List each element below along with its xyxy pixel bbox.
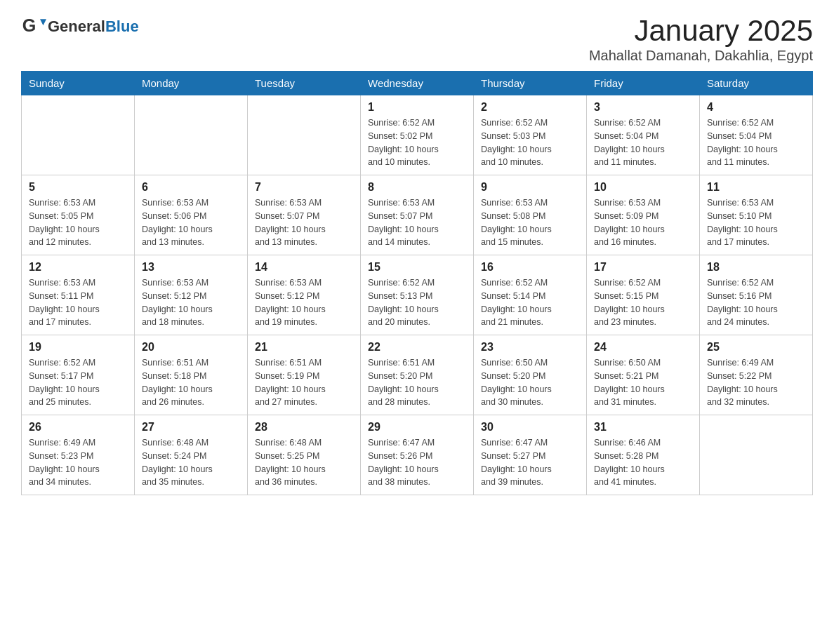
day-info: Sunrise: 6:48 AM Sunset: 5:24 PM Dayligh… [142,436,240,489]
calendar-cell: 4Sunrise: 6:52 AM Sunset: 5:04 PM Daylig… [700,95,813,175]
day-number: 30 [481,421,579,434]
calendar-cell: 5Sunrise: 6:53 AM Sunset: 5:05 PM Daylig… [22,175,135,255]
day-info: Sunrise: 6:52 AM Sunset: 5:15 PM Dayligh… [594,276,692,329]
day-info: Sunrise: 6:53 AM Sunset: 5:12 PM Dayligh… [255,276,353,329]
day-number: 15 [368,261,466,274]
calendar-cell: 25Sunrise: 6:49 AM Sunset: 5:22 PM Dayli… [700,335,813,415]
calendar-cell: 3Sunrise: 6:52 AM Sunset: 5:04 PM Daylig… [587,95,700,175]
calendar-cell [248,95,361,175]
day-info: Sunrise: 6:51 AM Sunset: 5:19 PM Dayligh… [255,356,353,409]
calendar-cell: 10Sunrise: 6:53 AM Sunset: 5:09 PM Dayli… [587,175,700,255]
day-info: Sunrise: 6:52 AM Sunset: 5:03 PM Dayligh… [481,116,579,169]
day-info: Sunrise: 6:52 AM Sunset: 5:13 PM Dayligh… [368,276,466,329]
calendar-table: SundayMondayTuesdayWednesdayThursdayFrid… [21,71,813,495]
day-info: Sunrise: 6:51 AM Sunset: 5:18 PM Dayligh… [142,356,240,409]
day-info: Sunrise: 6:46 AM Sunset: 5:28 PM Dayligh… [594,436,692,489]
header-monday: Monday [135,72,248,95]
day-number: 16 [481,261,579,274]
header-saturday: Saturday [700,72,813,95]
day-info: Sunrise: 6:47 AM Sunset: 5:27 PM Dayligh… [481,436,579,489]
calendar-cell: 27Sunrise: 6:48 AM Sunset: 5:24 PM Dayli… [135,415,248,495]
calendar-cell: 14Sunrise: 6:53 AM Sunset: 5:12 PM Dayli… [248,255,361,335]
day-number: 10 [594,181,692,194]
calendar-cell: 2Sunrise: 6:52 AM Sunset: 5:03 PM Daylig… [474,95,587,175]
header-thursday: Thursday [474,72,587,95]
day-number: 3 [594,101,692,114]
day-info: Sunrise: 6:51 AM Sunset: 5:20 PM Dayligh… [368,356,466,409]
logo: G GeneralBlue [21,14,139,39]
calendar-cell: 29Sunrise: 6:47 AM Sunset: 5:26 PM Dayli… [361,415,474,495]
day-number: 22 [368,341,466,354]
day-info: Sunrise: 6:49 AM Sunset: 5:22 PM Dayligh… [707,356,805,409]
day-info: Sunrise: 6:52 AM Sunset: 5:16 PM Dayligh… [707,276,805,329]
calendar-cell: 1Sunrise: 6:52 AM Sunset: 5:02 PM Daylig… [361,95,474,175]
day-number: 5 [29,181,127,194]
svg-marker-1 [40,19,46,25]
calendar-cell: 30Sunrise: 6:47 AM Sunset: 5:27 PM Dayli… [474,415,587,495]
day-info: Sunrise: 6:52 AM Sunset: 5:04 PM Dayligh… [707,116,805,169]
day-number: 12 [29,261,127,274]
day-info: Sunrise: 6:50 AM Sunset: 5:20 PM Dayligh… [481,356,579,409]
day-number: 24 [594,341,692,354]
calendar-cell: 6Sunrise: 6:53 AM Sunset: 5:06 PM Daylig… [135,175,248,255]
calendar-cell: 9Sunrise: 6:53 AM Sunset: 5:08 PM Daylig… [474,175,587,255]
logo-blue-text: Blue [105,18,139,35]
calendar-cell: 17Sunrise: 6:52 AM Sunset: 5:15 PM Dayli… [587,255,700,335]
day-number: 27 [142,421,240,434]
header-tuesday: Tuesday [248,72,361,95]
header-friday: Friday [587,72,700,95]
calendar-week-1: 1Sunrise: 6:52 AM Sunset: 5:02 PM Daylig… [22,95,813,175]
day-number: 13 [142,261,240,274]
day-info: Sunrise: 6:48 AM Sunset: 5:25 PM Dayligh… [255,436,353,489]
calendar-subtitle: Mahallat Damanah, Dakahlia, Egypt [589,48,813,64]
day-info: Sunrise: 6:53 AM Sunset: 5:07 PM Dayligh… [255,196,353,249]
day-number: 14 [255,261,353,274]
calendar-cell [22,95,135,175]
day-info: Sunrise: 6:53 AM Sunset: 5:10 PM Dayligh… [707,196,805,249]
day-number: 8 [368,181,466,194]
day-info: Sunrise: 6:53 AM Sunset: 5:12 PM Dayligh… [142,276,240,329]
day-number: 18 [707,261,805,274]
day-info: Sunrise: 6:49 AM Sunset: 5:23 PM Dayligh… [29,436,127,489]
day-info: Sunrise: 6:53 AM Sunset: 5:05 PM Dayligh… [29,196,127,249]
day-info: Sunrise: 6:47 AM Sunset: 5:26 PM Dayligh… [368,436,466,489]
calendar-cell: 21Sunrise: 6:51 AM Sunset: 5:19 PM Dayli… [248,335,361,415]
calendar-cell: 16Sunrise: 6:52 AM Sunset: 5:14 PM Dayli… [474,255,587,335]
day-number: 23 [481,341,579,354]
calendar-cell: 19Sunrise: 6:52 AM Sunset: 5:17 PM Dayli… [22,335,135,415]
calendar-week-4: 19Sunrise: 6:52 AM Sunset: 5:17 PM Dayli… [22,335,813,415]
calendar-title: January 2025 [589,14,813,48]
day-number: 4 [707,101,805,114]
calendar-cell: 18Sunrise: 6:52 AM Sunset: 5:16 PM Dayli… [700,255,813,335]
title-block: January 2025 Mahallat Damanah, Dakahlia,… [589,14,813,64]
day-info: Sunrise: 6:52 AM Sunset: 5:02 PM Dayligh… [368,116,466,169]
day-number: 6 [142,181,240,194]
calendar-cell: 28Sunrise: 6:48 AM Sunset: 5:25 PM Dayli… [248,415,361,495]
calendar-cell: 22Sunrise: 6:51 AM Sunset: 5:20 PM Dayli… [361,335,474,415]
calendar-cell: 31Sunrise: 6:46 AM Sunset: 5:28 PM Dayli… [587,415,700,495]
header-sunday: Sunday [22,72,135,95]
day-number: 31 [594,421,692,434]
day-info: Sunrise: 6:50 AM Sunset: 5:21 PM Dayligh… [594,356,692,409]
logo-general-text: General [48,18,105,35]
calendar-cell: 15Sunrise: 6:52 AM Sunset: 5:13 PM Dayli… [361,255,474,335]
day-number: 11 [707,181,805,194]
calendar-week-2: 5Sunrise: 6:53 AM Sunset: 5:05 PM Daylig… [22,175,813,255]
page-header: G GeneralBlue January 2025 Mahallat Dama… [21,14,813,64]
day-number: 7 [255,181,353,194]
day-number: 26 [29,421,127,434]
calendar-cell: 23Sunrise: 6:50 AM Sunset: 5:20 PM Dayli… [474,335,587,415]
day-number: 1 [368,101,466,114]
calendar-cell [135,95,248,175]
day-number: 9 [481,181,579,194]
calendar-cell: 11Sunrise: 6:53 AM Sunset: 5:10 PM Dayli… [700,175,813,255]
day-number: 21 [255,341,353,354]
day-info: Sunrise: 6:53 AM Sunset: 5:08 PM Dayligh… [481,196,579,249]
day-number: 2 [481,101,579,114]
calendar-cell: 13Sunrise: 6:53 AM Sunset: 5:12 PM Dayli… [135,255,248,335]
day-number: 19 [29,341,127,354]
day-info: Sunrise: 6:52 AM Sunset: 5:14 PM Dayligh… [481,276,579,329]
day-number: 28 [255,421,353,434]
calendar-cell: 20Sunrise: 6:51 AM Sunset: 5:18 PM Dayli… [135,335,248,415]
calendar-header-row: SundayMondayTuesdayWednesdayThursdayFrid… [22,72,813,95]
